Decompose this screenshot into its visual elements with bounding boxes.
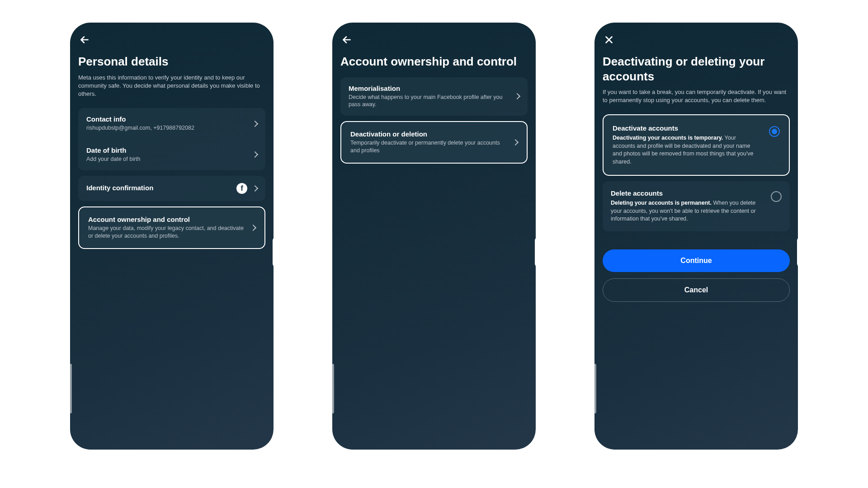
back-button[interactable]	[78, 33, 91, 46]
close-button[interactable]	[603, 33, 615, 46]
row-subtitle: Decide what happens to your main Faceboo…	[349, 94, 510, 109]
row-deactivation-deletion[interactable]: Deactivation or deletion Temporarily dea…	[342, 123, 526, 162]
card-memorialisation: Memorialisation Decide what happens to y…	[340, 77, 528, 116]
row-memorialisation[interactable]: Memorialisation Decide what happens to y…	[340, 77, 528, 116]
radio-selected-icon	[769, 126, 780, 137]
edge-curve	[535, 236, 536, 268]
row-title: Account ownership and control	[88, 216, 246, 223]
page-subtitle: If you want to take a break, you can tem…	[603, 88, 790, 104]
row-title: Deactivation or deletion	[350, 130, 509, 138]
option-delete-card: Delete accounts Deleting your accounts i…	[603, 181, 790, 231]
row-contact-info[interactable]: Contact info rishupdubstp@gmail.com, +91…	[78, 108, 265, 139]
page-title: Account ownership and control	[340, 54, 528, 69]
option-delete[interactable]: Delete accounts Deleting your accounts i…	[603, 181, 790, 231]
row-account-ownership[interactable]: Account ownership and control Manage you…	[80, 208, 264, 247]
row-title: Memorialisation	[349, 84, 510, 92]
row-title: Date of birth	[86, 146, 248, 154]
edge-curve	[797, 236, 798, 268]
row-subtitle: rishupdubstp@gmail.com, +917988792082	[86, 124, 248, 132]
arrow-left-icon	[79, 34, 90, 46]
chevron-right-icon	[250, 225, 256, 231]
gesture-indicator	[70, 364, 72, 413]
screen-deactivate-delete: Deactivating or deleting your accounts I…	[594, 23, 798, 450]
chevron-right-icon	[252, 151, 258, 158]
back-button[interactable]	[340, 33, 353, 46]
gesture-indicator	[594, 364, 596, 413]
page-subtitle: Meta uses this information to verify you…	[78, 74, 265, 99]
page-title: Personal details	[78, 54, 265, 69]
row-identity-confirmation[interactable]: Identity confirmation f	[78, 176, 265, 201]
gesture-indicator	[332, 364, 334, 413]
close-icon	[603, 34, 615, 46]
chevron-right-icon	[512, 139, 519, 145]
row-title: Contact info	[86, 115, 248, 123]
row-date-of-birth[interactable]: Date of birth Add your date of birth	[78, 139, 265, 170]
chevron-right-icon	[252, 185, 258, 192]
screen-personal-details: Personal details Meta uses this informat…	[70, 23, 274, 450]
row-subtitle: Manage your data, modify your legacy con…	[88, 225, 246, 240]
card-ownership-highlighted: Account ownership and control Manage you…	[78, 206, 265, 249]
continue-button[interactable]: Continue	[603, 249, 790, 272]
facebook-icon: f	[236, 183, 247, 194]
option-deactivate-highlighted: Deactivate accounts Deactivating your ac…	[603, 114, 790, 176]
option-title: Delete accounts	[611, 189, 762, 197]
chevron-right-icon	[514, 93, 520, 99]
option-description: Deleting your accounts is permanent. Whe…	[611, 199, 762, 223]
page-title: Deactivating or deleting your accounts	[603, 54, 790, 84]
option-description: Deactivating your accounts is temporary.…	[613, 134, 760, 166]
screen-ownership-control: Account ownership and control Memorialis…	[332, 23, 536, 450]
radio-unselected-icon	[771, 191, 782, 202]
edge-curve	[273, 236, 274, 268]
row-subtitle: Temporarily deactivate or permanently de…	[350, 139, 509, 155]
option-title: Deactivate accounts	[613, 124, 760, 132]
card-identity: Identity confirmation f	[78, 176, 265, 201]
cancel-button[interactable]: Cancel	[603, 278, 790, 302]
row-subtitle: Add your date of birth	[86, 155, 248, 163]
card-contact-dob: Contact info rishupdubstp@gmail.com, +91…	[78, 108, 265, 170]
arrow-left-icon	[341, 34, 353, 46]
option-deactivate[interactable]: Deactivate accounts Deactivating your ac…	[604, 116, 788, 174]
card-deactivation-highlighted: Deactivation or deletion Temporarily dea…	[340, 121, 528, 164]
row-title: Identity confirmation	[86, 184, 232, 192]
chevron-right-icon	[252, 120, 258, 127]
